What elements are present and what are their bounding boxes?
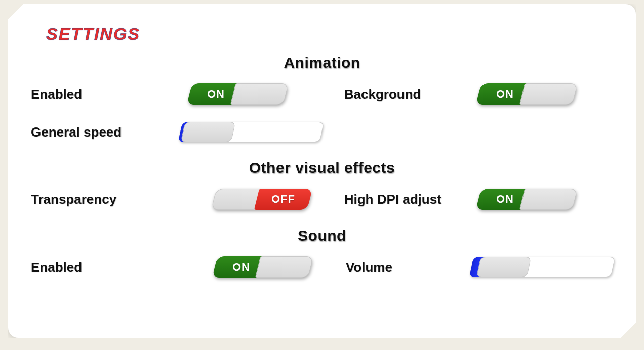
slider-thumb[interactable] — [476, 257, 532, 277]
toggle-on-text: ON — [496, 88, 514, 101]
toggle-off-text: OFF — [271, 193, 295, 206]
toggle-high-dpi[interactable]: ON — [478, 189, 575, 210]
label-sound-enabled: Enabled — [31, 259, 215, 275]
toggle-on-text: ON — [496, 193, 514, 206]
section-title-animation: Animation — [31, 54, 613, 71]
label-general-speed: General speed — [31, 124, 180, 140]
label-animation-enabled: Enabled — [31, 86, 189, 102]
row-animation-2: General speed — [31, 122, 613, 142]
section-title-visual: Other visual effects — [31, 159, 613, 177]
label-transparency: Transparency — [31, 192, 214, 207]
toggle-animation-enabled[interactable]: ON — [189, 83, 286, 105]
settings-panel: SETTINGS Animation Enabled ON Background… — [8, 4, 636, 338]
toggle-knob — [255, 256, 313, 278]
slider-thumb[interactable] — [181, 122, 236, 142]
toggle-sound-enabled[interactable]: ON — [215, 256, 311, 278]
toggle-knob — [230, 83, 288, 105]
slider-general-speed[interactable] — [180, 122, 322, 142]
section-title-sound: Sound — [31, 227, 613, 244]
row-animation-1: Enabled ON Background ON — [31, 83, 613, 105]
row-visual-1: Transparency OFF High DPI adjust ON — [31, 189, 613, 210]
label-high-dpi: High DPI adjust — [324, 192, 479, 207]
row-sound-1: Enabled ON Volume — [31, 256, 613, 278]
page-title: SETTINGS — [46, 24, 613, 44]
toggle-on-text: ON — [207, 88, 225, 101]
toggle-animation-background[interactable]: ON — [478, 83, 575, 105]
toggle-on-text: ON — [232, 260, 250, 274]
toggle-knob — [519, 189, 578, 210]
slider-volume[interactable] — [471, 257, 613, 277]
toggle-knob — [519, 83, 578, 105]
label-animation-background: Background — [324, 86, 479, 102]
toggle-transparency[interactable]: OFF — [214, 189, 310, 210]
label-volume: Volume — [326, 259, 471, 275]
